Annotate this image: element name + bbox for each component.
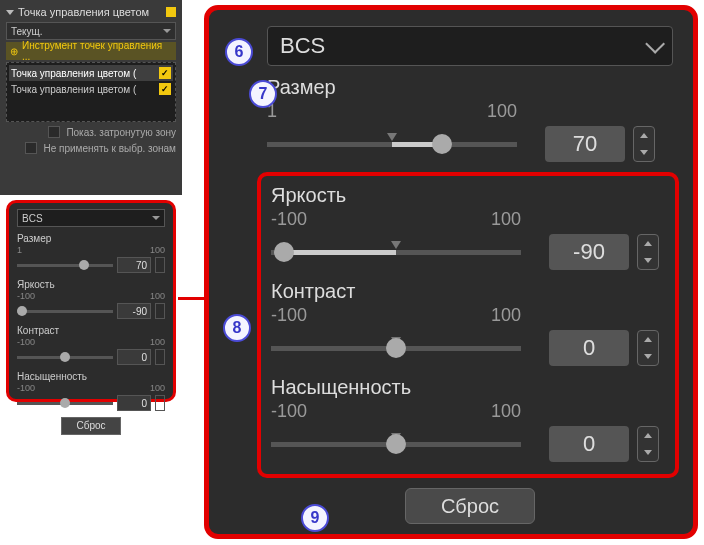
- callout-badge: 9: [301, 504, 329, 532]
- bcs-select-label: BCS: [280, 33, 325, 59]
- contrast-value-small[interactable]: 0: [117, 349, 151, 365]
- param-max: 100: [150, 337, 165, 347]
- param-min: 1: [17, 245, 22, 255]
- default-marker-icon: [387, 133, 397, 141]
- step-down-icon[interactable]: [640, 150, 648, 155]
- bcs-mode-select-small[interactable]: BCS: [17, 209, 165, 227]
- size-slider-small[interactable]: [17, 264, 113, 267]
- saturation-slider[interactable]: [271, 442, 521, 447]
- param-min: -100: [17, 337, 35, 347]
- slider-thumb-icon[interactable]: [432, 134, 452, 154]
- step-down-icon[interactable]: [644, 450, 652, 455]
- step-up-icon[interactable]: [644, 241, 652, 246]
- step-up-icon[interactable]: [644, 337, 652, 342]
- list-item[interactable]: Точка управления цветом ( ✓: [9, 81, 173, 97]
- param-max: 100: [491, 401, 521, 422]
- contrast-value[interactable]: 0: [549, 330, 629, 366]
- item-label: Точка управления цветом (: [11, 84, 136, 95]
- slider-thumb-icon[interactable]: [79, 260, 89, 270]
- size-stepper-small[interactable]: [155, 257, 165, 273]
- contrast-slider[interactable]: [271, 346, 521, 351]
- reset-button-small[interactable]: Сброс: [61, 417, 121, 435]
- brightness-param-small: Яркость -100100 -90: [17, 279, 165, 319]
- bcs-mode-select[interactable]: BCS: [267, 26, 673, 66]
- callout-badge: 8: [223, 314, 251, 342]
- no-apply-option[interactable]: Не применять к выбр. зонам: [6, 140, 176, 156]
- default-marker-icon: [391, 241, 401, 249]
- param-label: Размер: [17, 233, 165, 244]
- param-max: 100: [491, 209, 521, 230]
- param-label: Насыщенность: [17, 371, 165, 382]
- param-max: 100: [150, 383, 165, 393]
- checkbox-on[interactable]: ✓: [159, 67, 171, 79]
- param-max: 100: [150, 245, 165, 255]
- checkbox-off[interactable]: [25, 142, 37, 154]
- size-slider[interactable]: [267, 142, 517, 147]
- size-param: Размер 1100 70: [267, 76, 673, 162]
- saturation-stepper-small[interactable]: [155, 395, 165, 411]
- step-up-icon[interactable]: [644, 433, 652, 438]
- param-min: -100: [271, 401, 307, 422]
- size-param-small: Размер 1100 70: [17, 233, 165, 273]
- callout-badge: 7: [249, 80, 277, 108]
- chevron-down-icon: [152, 216, 160, 220]
- brightness-slider[interactable]: [271, 250, 521, 255]
- slider-fill: [284, 250, 397, 255]
- bcs-panel-zoom: 6 7 8 9 BCS Размер 1100 70 Яркость -1001…: [204, 5, 698, 539]
- saturation-stepper[interactable]: [637, 426, 659, 462]
- zoom-connector: [178, 297, 204, 300]
- tool-icon: ⊕: [10, 46, 18, 57]
- saturation-param-small: Насыщенность -100100 0: [17, 371, 165, 411]
- brightness-stepper[interactable]: [637, 234, 659, 270]
- step-down-icon[interactable]: [644, 354, 652, 359]
- slider-thumb-icon[interactable]: [17, 306, 27, 316]
- param-label: Яркость: [17, 279, 165, 290]
- checkbox-on[interactable]: ✓: [159, 83, 171, 95]
- item-label: Точка управления цветом (: [11, 68, 136, 79]
- step-down-icon[interactable]: [644, 258, 652, 263]
- slider-thumb-icon[interactable]: [60, 352, 70, 362]
- checkbox-off[interactable]: [48, 126, 60, 138]
- contrast-slider-small[interactable]: [17, 356, 113, 359]
- bcs-group: Яркость -100100 -90 Контраст -100100: [257, 172, 679, 478]
- option-label: Показ. затронутую зону: [66, 127, 176, 138]
- slider-thumb-icon[interactable]: [60, 398, 70, 408]
- tool-label: Инструмент точек управления ...: [22, 40, 172, 62]
- contrast-stepper[interactable]: [637, 330, 659, 366]
- param-label: Яркость: [271, 184, 665, 207]
- brightness-value-small[interactable]: -90: [117, 303, 151, 319]
- section-title: Точка управления цветом: [18, 6, 149, 18]
- size-value[interactable]: 70: [545, 126, 625, 162]
- color-point-tool[interactable]: ⊕ Инструмент точек управления ...: [6, 42, 176, 60]
- section-header[interactable]: Точка управления цветом: [6, 4, 176, 20]
- contrast-stepper-small[interactable]: [155, 349, 165, 365]
- param-min: -100: [271, 209, 307, 230]
- step-up-icon[interactable]: [640, 133, 648, 138]
- param-label: Контраст: [17, 325, 165, 336]
- brightness-slider-small[interactable]: [17, 310, 113, 313]
- slider-thumb-icon[interactable]: [386, 434, 406, 454]
- list-item[interactable]: Точка управления цветом ( ✓: [9, 65, 173, 81]
- show-zone-option[interactable]: Показ. затронутую зону: [6, 124, 176, 140]
- param-label: Насыщенность: [271, 376, 665, 399]
- size-stepper[interactable]: [633, 126, 655, 162]
- current-label: Текущ.: [11, 26, 43, 37]
- color-swatch: [166, 7, 176, 17]
- current-selector[interactable]: Текущ.: [6, 22, 176, 40]
- saturation-slider-small[interactable]: [17, 402, 113, 405]
- brightness-value[interactable]: -90: [549, 234, 629, 270]
- size-value-small[interactable]: 70: [117, 257, 151, 273]
- reset-button[interactable]: Сброс: [405, 488, 535, 524]
- slider-thumb-icon[interactable]: [386, 338, 406, 358]
- param-max: 100: [150, 291, 165, 301]
- param-min: -100: [271, 305, 307, 326]
- brightness-stepper-small[interactable]: [155, 303, 165, 319]
- slider-thumb-icon[interactable]: [274, 242, 294, 262]
- brightness-param: Яркость -100100 -90: [271, 184, 665, 270]
- saturation-value[interactable]: 0: [549, 426, 629, 462]
- saturation-value-small[interactable]: 0: [117, 395, 151, 411]
- color-points-list: Точка управления цветом ( ✓ Точка управл…: [6, 62, 176, 122]
- bcs-panel-small: BCS Размер 1100 70 Яркость -100100 -90 К…: [6, 200, 176, 402]
- chevron-down-icon: [163, 29, 171, 33]
- option-label: Не применять к выбр. зонам: [43, 143, 176, 154]
